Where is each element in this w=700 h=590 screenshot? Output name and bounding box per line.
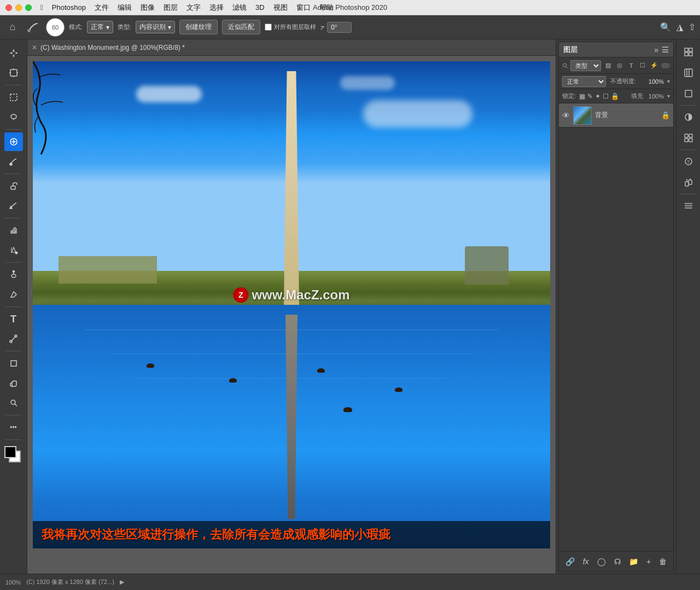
sample-all-layers-checkbox[interactable] bbox=[265, 24, 272, 31]
svg-line-25 bbox=[566, 66, 568, 68]
filter-type-select[interactable]: 类型 bbox=[570, 60, 602, 71]
mode-chevron-icon: ▾ bbox=[106, 24, 109, 31]
cloud-1 bbox=[136, 86, 202, 102]
adjustment-layer-button[interactable]: ☊ bbox=[614, 557, 621, 566]
cloud-2 bbox=[363, 100, 472, 128]
menu-3d[interactable]: 3D bbox=[255, 3, 265, 11]
clone-stamp-tool[interactable] bbox=[4, 177, 23, 195]
menu-edit[interactable]: 编辑 bbox=[118, 3, 132, 13]
svg-rect-41 bbox=[685, 182, 689, 186]
link-layers-button[interactable]: 🔗 bbox=[565, 557, 575, 566]
layer-visibility-icon[interactable]: 👁 bbox=[562, 111, 570, 120]
lock-paint-icon[interactable]: ✎ bbox=[587, 92, 593, 100]
fill-chevron-icon[interactable]: ▾ bbox=[667, 93, 670, 99]
move-tool[interactable] bbox=[4, 44, 23, 62]
watermark-text: www.MacZ.com bbox=[252, 287, 349, 303]
tab-close-button[interactable]: ✕ bbox=[32, 44, 37, 51]
type-tool[interactable]: T bbox=[4, 310, 23, 328]
lock-pixels-icon[interactable]: ▦ bbox=[579, 92, 585, 100]
menu-file[interactable]: 文件 bbox=[95, 3, 109, 13]
menu-layer[interactable]: 图层 bbox=[164, 3, 178, 13]
mode-dropdown[interactable]: 正常 ▾ bbox=[87, 21, 113, 33]
delete-layer-button[interactable]: 🗑 bbox=[659, 557, 667, 566]
new-group-button[interactable]: 📁 bbox=[629, 557, 638, 566]
lock-all-icon[interactable]: 🔒 bbox=[611, 92, 619, 100]
filter-shape-icon[interactable]: ☐ bbox=[638, 61, 648, 71]
menu-app[interactable]: Photoshop bbox=[52, 3, 86, 11]
pen-tool[interactable] bbox=[4, 285, 23, 304]
search-icon[interactable]: 🔍 bbox=[660, 22, 671, 32]
lock-position-icon[interactable]: ✦ bbox=[595, 92, 600, 100]
svg-point-0 bbox=[27, 29, 31, 32]
close-button[interactable] bbox=[5, 4, 12, 11]
libraries-button[interactable] bbox=[679, 63, 698, 82]
menu-window[interactable]: 窗口 bbox=[296, 3, 311, 13]
left-toolbar: T ••• bbox=[0, 39, 27, 574]
more-tools[interactable]: ••• bbox=[4, 418, 23, 437]
brush-size-circle[interactable]: 60 bbox=[46, 18, 65, 37]
learn-button[interactable]: ? bbox=[679, 152, 698, 171]
fr-separator-3 bbox=[680, 194, 697, 194]
history-brush-tool[interactable] bbox=[4, 196, 23, 215]
svg-rect-35 bbox=[685, 134, 688, 137]
lock-artboard-icon[interactable]: ☐ bbox=[603, 92, 609, 100]
zoom-tool[interactable] bbox=[4, 394, 23, 412]
layer-mask-button[interactable]: ◯ bbox=[597, 557, 606, 566]
filter-type-icon[interactable]: T bbox=[626, 61, 636, 71]
properties-button[interactable] bbox=[679, 43, 698, 61]
menu-select[interactable]: 选择 bbox=[209, 3, 224, 13]
match-button[interactable]: 近似匹配 bbox=[222, 20, 260, 34]
filter-pixel-icon[interactable]: ▧ bbox=[603, 61, 613, 71]
far-right-panel: ? bbox=[676, 39, 700, 574]
foreground-color[interactable] bbox=[4, 446, 16, 458]
angle-value: 0° bbox=[327, 22, 352, 33]
share-icon[interactable]: ⇧ bbox=[689, 22, 696, 32]
apple-menu[interactable]:  bbox=[40, 3, 43, 11]
artboard-tool[interactable] bbox=[4, 63, 23, 82]
brush-tool-icon[interactable] bbox=[25, 19, 42, 36]
opacity-chevron-icon[interactable]: ▾ bbox=[667, 78, 670, 84]
type-dropdown[interactable]: 内容识别 ▾ bbox=[136, 21, 175, 33]
menu-text[interactable]: 文字 bbox=[186, 3, 201, 13]
layer-item-background[interactable]: 👁 背景 🔒 bbox=[559, 103, 673, 128]
path-selection-tool[interactable] bbox=[4, 329, 23, 348]
brush-tool[interactable] bbox=[4, 152, 23, 171]
layer-styles-button[interactable]: fx bbox=[583, 557, 589, 566]
canvas-wrapper[interactable]: Z www.MacZ.com 我将再次对这些区域进行操作，去除所有会造成观感影响… bbox=[27, 56, 556, 574]
layer-name: 背景 bbox=[595, 111, 658, 120]
hand-tool[interactable] bbox=[4, 374, 23, 392]
filter-adjustment-icon[interactable]: ◎ bbox=[615, 61, 625, 71]
angle-group: ⦢ 0° bbox=[320, 22, 352, 33]
filter-smart-icon[interactable]: ⚡ bbox=[649, 61, 659, 71]
layer-lock-icon[interactable]: 🔒 bbox=[661, 111, 670, 119]
plugins-button[interactable] bbox=[679, 173, 698, 192]
new-layer-button[interactable]: + bbox=[646, 557, 651, 566]
fill-tool[interactable] bbox=[4, 241, 23, 259]
layers-toggle-button[interactable] bbox=[679, 196, 698, 215]
panel-menu-icon[interactable]: ☰ bbox=[662, 45, 669, 54]
dodge-tool[interactable] bbox=[4, 265, 23, 284]
patterns-button[interactable] bbox=[679, 129, 698, 147]
create-texture-button[interactable]: 创建纹理 bbox=[179, 20, 218, 34]
minimize-button[interactable] bbox=[15, 4, 22, 11]
filter-toggle[interactable] bbox=[661, 63, 670, 68]
lasso-tool[interactable] bbox=[4, 108, 23, 126]
opacity-value: 100% bbox=[639, 78, 664, 85]
marquee-tool[interactable] bbox=[4, 88, 23, 107]
shape-tool[interactable] bbox=[4, 354, 23, 373]
blend-mode-select[interactable]: 正常 bbox=[562, 76, 606, 87]
layout-icon[interactable]: ◮ bbox=[676, 22, 683, 32]
menu-view[interactable]: 视图 bbox=[273, 3, 288, 13]
maximize-button[interactable] bbox=[25, 4, 32, 11]
menu-filter[interactable]: 滤镜 bbox=[232, 3, 247, 13]
svg-rect-33 bbox=[685, 90, 692, 97]
eraser-tool[interactable] bbox=[4, 221, 23, 240]
home-button[interactable]: ⌂ bbox=[4, 19, 21, 36]
adjustments-button[interactable] bbox=[679, 108, 698, 126]
menu-image[interactable]: 图像 bbox=[141, 3, 155, 13]
status-arrow-icon[interactable]: ▶ bbox=[120, 579, 124, 586]
healing-brush-tool[interactable] bbox=[4, 132, 23, 151]
channels-button[interactable] bbox=[679, 84, 698, 103]
svg-rect-14 bbox=[11, 186, 15, 189]
panel-expand-icon[interactable]: » bbox=[654, 45, 658, 54]
